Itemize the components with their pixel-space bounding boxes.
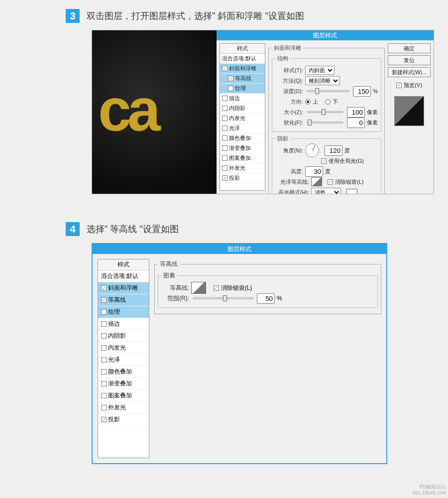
style-row-satin[interactable]: 光泽 (220, 124, 265, 133)
blend-options-row[interactable]: 混合选项:默认 (220, 54, 265, 64)
gold-text-ca: ca (98, 75, 156, 144)
checkbox-icon[interactable] (228, 76, 233, 81)
style-row-pattern-overlay[interactable]: 图案叠加 (220, 153, 265, 163)
antialias-label: 消除锯齿(L) (335, 178, 363, 186)
style-label: 斜面和浮雕 (229, 65, 256, 72)
size-input[interactable] (347, 107, 365, 118)
checkbox-icon[interactable] (222, 165, 227, 171)
global-light-checkbox[interactable] (321, 158, 327, 164)
new-style-button[interactable]: 新建样式(W)... (388, 67, 431, 77)
checkbox-icon[interactable] (222, 155, 227, 161)
style-row-contour[interactable]: 等高线 (220, 74, 265, 84)
style-row-satin[interactable]: 光泽 (98, 354, 149, 366)
style-row-drop-shadow[interactable]: 投影 (98, 414, 149, 426)
style-row-outer-glow[interactable]: 外发光 (98, 402, 149, 414)
soften-slider[interactable] (307, 122, 343, 124)
size-slider[interactable] (307, 111, 343, 113)
checkbox-icon[interactable] (101, 297, 107, 303)
checkbox-icon[interactable] (222, 145, 227, 151)
radio-down[interactable] (325, 99, 331, 105)
style-row-color-overlay[interactable]: 颜色叠加 (220, 133, 265, 143)
style-label: 等高线 (235, 75, 251, 82)
technique-select[interactable]: 雕刻清晰 (305, 76, 340, 85)
contour-picker[interactable] (191, 282, 206, 294)
style-row-bevel[interactable]: 斜面和浮雕 (220, 64, 265, 74)
style-row-bevel[interactable]: 斜面和浮雕 (98, 282, 149, 294)
soften-input[interactable] (347, 118, 365, 128)
unit-px: 像素 (367, 109, 378, 116)
cancel-button[interactable]: 复位 (388, 55, 431, 65)
checkbox-icon[interactable] (101, 333, 107, 339)
step-number-4: 4 (66, 222, 80, 236)
checkbox-icon[interactable] (101, 309, 107, 315)
style-row-inner-glow[interactable]: 内发光 (220, 114, 265, 124)
style-row-inner-shadow[interactable]: 内阴影 (98, 330, 149, 342)
style-row-inner-glow[interactable]: 内发光 (98, 342, 149, 354)
range-slider[interactable] (193, 297, 253, 299)
style-row-texture[interactable]: 纹理 (98, 306, 149, 318)
style-row-inner-shadow[interactable]: 内阴影 (220, 104, 265, 114)
style-row-color-overlay[interactable]: 颜色叠加 (98, 366, 149, 378)
style-label: 渐变叠加 (229, 144, 251, 152)
size-label: 大小(Z): (275, 109, 303, 116)
blend-options-row[interactable]: 混合选项:默认 (98, 270, 149, 282)
checkbox-icon[interactable] (228, 86, 233, 91)
style-row-contour[interactable]: 等高线 (98, 294, 149, 306)
blend-options-label: 混合选项:默认 (101, 272, 138, 280)
style-row-drop-shadow[interactable]: 投影 (220, 173, 265, 183)
style-row-texture[interactable]: 纹理 (220, 84, 265, 94)
checkbox-icon[interactable] (101, 405, 107, 410)
angle-dial[interactable] (305, 143, 319, 157)
highlight-mode-select[interactable]: 滤色 (311, 188, 341, 194)
depth-input[interactable] (353, 86, 371, 97)
radio-up[interactable] (305, 99, 311, 105)
blend-options-label: 混合选项:默认 (222, 55, 256, 62)
altitude-input[interactable] (305, 166, 323, 177)
angle-label: 角度(N): (275, 147, 303, 154)
dialog-buttons: 确定 复位 新建样式(W)... 预览(V) (388, 43, 431, 191)
style-label: 颜色叠加 (108, 368, 132, 376)
checkbox-icon[interactable] (101, 381, 107, 386)
styles-header: 样式 (220, 44, 265, 54)
structure-legend: 结构 (275, 55, 290, 62)
step-4-caption: 选择" 等高线 "设置如图 (87, 223, 179, 235)
style-row-pattern-overlay[interactable]: 图案叠加 (98, 390, 149, 402)
style-row-outer-glow[interactable]: 外发光 (220, 163, 265, 173)
style-row-stroke[interactable]: 描边 (98, 318, 149, 330)
style-row-grad-overlay[interactable]: 渐变叠加 (220, 143, 265, 153)
gloss-contour-picker[interactable] (311, 177, 322, 186)
checkbox-icon[interactable] (101, 321, 107, 327)
checkbox-icon[interactable] (222, 96, 227, 101)
antialias-checkbox[interactable] (328, 179, 333, 185)
style-label: 斜面和浮雕 (108, 284, 138, 292)
style-label: 内发光 (229, 115, 245, 122)
gloss-contour-label: 光泽等高线: (275, 178, 309, 186)
preview-checkbox[interactable] (396, 83, 402, 88)
angle-input[interactable] (325, 145, 342, 156)
checkbox-icon[interactable] (101, 345, 107, 351)
checkbox-icon[interactable] (222, 135, 227, 141)
checkbox-icon[interactable] (101, 285, 107, 291)
unit-deg: 度 (344, 147, 350, 154)
style-label: 纹理 (235, 85, 246, 92)
range-label: 范围(R): (161, 294, 189, 303)
altitude-label: 高度: (275, 168, 303, 175)
checkbox-icon[interactable] (222, 106, 227, 111)
checkbox-icon[interactable] (101, 393, 107, 398)
range-input[interactable] (257, 293, 275, 304)
checkbox-icon[interactable] (222, 116, 227, 121)
checkbox-icon[interactable] (222, 175, 227, 181)
soften-label: 软化(F): (275, 119, 303, 126)
antialias-checkbox[interactable] (214, 285, 219, 291)
style-select[interactable]: 内斜面 (305, 66, 335, 75)
checkbox-icon[interactable] (101, 417, 107, 422)
highlight-color-swatch[interactable] (346, 189, 357, 194)
checkbox-icon[interactable] (222, 125, 227, 131)
ok-button[interactable]: 确定 (388, 43, 431, 53)
style-row-stroke[interactable]: 描边 (220, 94, 265, 104)
checkbox-icon[interactable] (101, 369, 107, 374)
style-row-grad-overlay[interactable]: 渐变叠加 (98, 378, 149, 390)
checkbox-icon[interactable] (101, 357, 107, 363)
depth-slider[interactable] (307, 90, 349, 92)
checkbox-icon[interactable] (222, 66, 227, 71)
